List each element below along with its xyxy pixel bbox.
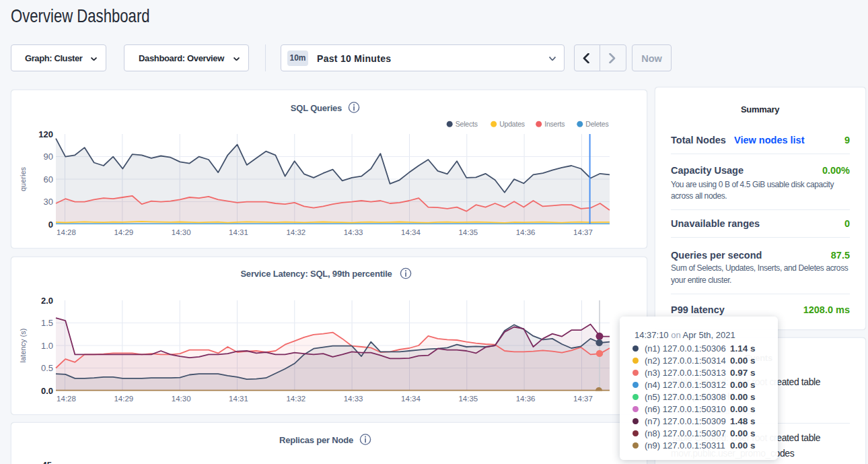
svg-text:14:37: 14:37: [573, 228, 593, 236]
svg-text:90: 90: [44, 152, 53, 162]
svg-text:14:37: 14:37: [573, 395, 593, 403]
svg-text:14:30: 14:30: [172, 228, 191, 236]
svg-text:14:32: 14:32: [286, 395, 305, 403]
svg-text:1.0: 1.0: [41, 341, 53, 351]
svg-text:14:29: 14:29: [114, 228, 133, 236]
svg-text:14:29: 14:29: [114, 395, 133, 403]
svg-text:14:31: 14:31: [229, 228, 248, 236]
svg-text:14:34: 14:34: [401, 395, 421, 403]
svg-text:120: 120: [38, 129, 53, 139]
svg-text:Selects: Selects: [456, 120, 478, 128]
svg-text:Service Latency: SQL, 99th per: Service Latency: SQL, 99th percentile: [240, 269, 392, 279]
svg-text:14:30: 14:30: [172, 395, 191, 403]
svg-text:14:36: 14:36: [516, 395, 536, 403]
svg-text:Replicas per Node: Replicas per Node: [279, 435, 353, 445]
svg-text:45: 45: [42, 460, 52, 464]
svg-text:14:35: 14:35: [458, 228, 478, 236]
svg-text:1.5: 1.5: [41, 318, 53, 328]
svg-text:14:35: 14:35: [458, 395, 478, 403]
svg-text:14:36: 14:36: [516, 228, 536, 236]
svg-text:60: 60: [44, 174, 53, 185]
svg-text:14:32: 14:32: [286, 228, 305, 236]
svg-text:latency (s): latency (s): [19, 329, 27, 363]
svg-text:14:28: 14:28: [57, 395, 76, 403]
svg-text:30: 30: [44, 197, 53, 207]
svg-text:2.0: 2.0: [41, 296, 53, 306]
svg-text:14:33: 14:33: [344, 228, 363, 236]
svg-text:Updates: Updates: [499, 120, 525, 128]
svg-text:14:28: 14:28: [57, 228, 76, 236]
svg-text:14:31: 14:31: [229, 395, 248, 403]
svg-text:0.0: 0.0: [41, 386, 53, 396]
svg-text:SQL Queries: SQL Queries: [291, 103, 342, 113]
svg-text:queries: queries: [19, 166, 27, 191]
svg-text:0.5: 0.5: [41, 363, 53, 373]
svg-text:Inserts: Inserts: [544, 120, 565, 128]
svg-text:14:34: 14:34: [401, 228, 421, 236]
svg-text:14:33: 14:33: [344, 395, 363, 403]
svg-text:0: 0: [48, 220, 53, 230]
svg-text:Deletes: Deletes: [585, 120, 608, 128]
